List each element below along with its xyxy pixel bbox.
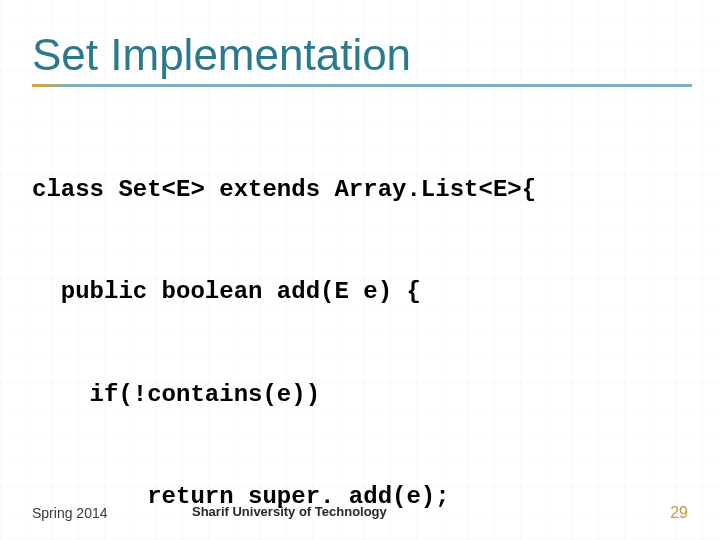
footer-term: Spring 2014	[32, 505, 108, 521]
title-underline	[32, 84, 692, 87]
slide: Set Implementation class Set<E> extends …	[0, 0, 720, 540]
code-block: class Set<E> extends Array.List<E>{ publ…	[32, 105, 688, 540]
code-line: public boolean add(E e) {	[32, 275, 688, 309]
code-line: if(!contains(e))	[32, 378, 688, 412]
footer: Spring 2014 Sharif University of Technol…	[32, 504, 688, 522]
footer-affiliation: Sharif University of Technology	[192, 504, 387, 519]
code-line: class Set<E> extends Array.List<E>{	[32, 173, 688, 207]
page-number: 29	[670, 504, 688, 522]
slide-title: Set Implementation	[32, 30, 688, 80]
